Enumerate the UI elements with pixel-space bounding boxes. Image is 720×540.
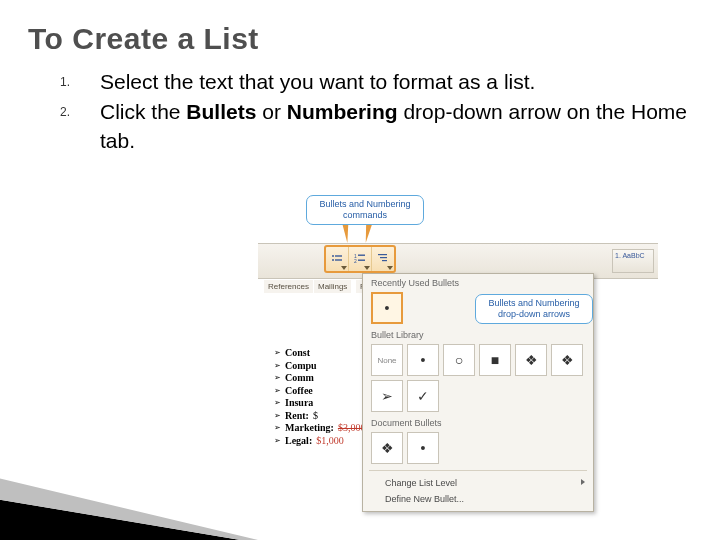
step-2-mid: or bbox=[256, 100, 286, 123]
ribbon-tab-references[interactable]: References bbox=[264, 280, 313, 293]
step-2-number: 2. bbox=[60, 104, 70, 120]
bullet-option[interactable]: ✓ bbox=[407, 380, 439, 412]
define-new-bullet-item[interactable]: Define New Bullet... bbox=[363, 491, 593, 507]
doc-label: Marketing: bbox=[285, 422, 334, 435]
change-list-level-item[interactable]: Change List Level bbox=[363, 475, 593, 491]
callout-bullets-numbering-commands: Bullets and Numbering commands bbox=[306, 195, 424, 225]
bullet-glyph-icon: ➢ bbox=[274, 423, 281, 433]
change-list-level-label: Change List Level bbox=[385, 478, 457, 488]
doc-value: $ bbox=[313, 410, 318, 423]
bullet-option[interactable]: ○ bbox=[443, 344, 475, 376]
bullet-option[interactable]: • bbox=[407, 432, 439, 464]
chevron-down-icon[interactable] bbox=[387, 266, 393, 270]
doc-label: Legal: bbox=[285, 435, 312, 448]
numbering-button[interactable]: 12 bbox=[349, 247, 372, 271]
callout-dropdown-arrows: Bullets and Numbering drop-down arrows bbox=[475, 294, 593, 324]
step-1-number: 1. bbox=[60, 74, 70, 90]
decorative-wedge bbox=[0, 400, 300, 540]
step-2: 2. Click the Bullets or Numbering drop-d… bbox=[60, 98, 692, 155]
svg-rect-8 bbox=[378, 254, 387, 255]
panel-separator bbox=[369, 470, 587, 471]
bullet-glyph-icon: ➢ bbox=[274, 386, 281, 396]
svg-rect-3 bbox=[335, 259, 342, 260]
bullet-library-panel: Recently Used Bullets • Bullets and Numb… bbox=[362, 273, 594, 512]
chevron-down-icon[interactable] bbox=[364, 266, 370, 270]
multilevel-button[interactable] bbox=[372, 247, 394, 271]
doc-label: Comm bbox=[285, 372, 314, 385]
doc-label: Const bbox=[285, 347, 310, 360]
step-1: 1. Select the text that you want to form… bbox=[60, 68, 692, 96]
screenshot-figure: Bullets and Numbering commands Reference… bbox=[258, 195, 658, 435]
doc-value-red: $1,000 bbox=[316, 435, 344, 448]
svg-rect-9 bbox=[380, 257, 387, 258]
bullet-glyph-icon: ➢ bbox=[274, 373, 281, 383]
panel-header-document: Document Bullets bbox=[363, 414, 593, 430]
panel-row-library-1: None • ○ ■ ❖ ❖ bbox=[363, 342, 593, 378]
doc-label: Rent: bbox=[285, 410, 309, 423]
panel-header-library: Bullet Library bbox=[363, 326, 593, 342]
bullet-glyph-icon: ➢ bbox=[274, 411, 281, 421]
bullet-option[interactable]: ❖ bbox=[551, 344, 583, 376]
svg-text:2: 2 bbox=[354, 258, 357, 264]
step-2-bold-numbering: Numbering bbox=[287, 100, 398, 123]
bullet-option-none[interactable]: None bbox=[371, 344, 403, 376]
multilevel-icon bbox=[377, 253, 389, 265]
panel-header-recent: Recently Used Bullets bbox=[363, 274, 593, 290]
bullet-option[interactable]: • bbox=[407, 344, 439, 376]
bullet-glyph-icon: ➢ bbox=[274, 398, 281, 408]
bullet-glyph-icon: ➢ bbox=[274, 436, 281, 446]
panel-row-library-2: ➢ ✓ bbox=[363, 378, 593, 414]
svg-rect-10 bbox=[382, 260, 387, 261]
doc-label: Coffee bbox=[285, 385, 313, 398]
svg-rect-5 bbox=[358, 255, 365, 256]
step-2-prefix: Click the bbox=[100, 100, 186, 123]
bullet-option[interactable]: ❖ bbox=[515, 344, 547, 376]
svg-rect-1 bbox=[335, 255, 342, 256]
numbering-icon: 12 bbox=[354, 253, 366, 265]
bullet-glyph-icon: ➢ bbox=[274, 361, 281, 371]
bullets-numbering-group: 12 bbox=[324, 245, 396, 273]
svg-point-0 bbox=[332, 255, 334, 257]
svg-rect-7 bbox=[358, 260, 365, 261]
panel-row-document: ❖ • bbox=[363, 430, 593, 466]
chevron-down-icon[interactable] bbox=[341, 266, 347, 270]
slide-title: To Create a List bbox=[0, 0, 720, 68]
bullets-button[interactable] bbox=[326, 247, 349, 271]
bullet-option[interactable]: • bbox=[371, 292, 403, 324]
step-1-text: Select the text that you want to format … bbox=[100, 70, 535, 93]
ribbon-tab-mailings[interactable]: Mailings bbox=[314, 280, 351, 293]
bullet-option[interactable]: ■ bbox=[479, 344, 511, 376]
steps-list: 1. Select the text that you want to form… bbox=[0, 68, 720, 155]
doc-label: Compu bbox=[285, 360, 317, 373]
bullet-option[interactable]: ❖ bbox=[371, 432, 403, 464]
bullets-icon bbox=[331, 253, 343, 265]
chevron-right-icon bbox=[581, 479, 585, 485]
svg-point-2 bbox=[332, 259, 334, 261]
doc-label: Insura bbox=[285, 397, 313, 410]
step-2-bold-bullets: Bullets bbox=[186, 100, 256, 123]
bullet-glyph-icon: ➢ bbox=[274, 348, 281, 358]
style-swatch[interactable]: 1. AaBbC bbox=[612, 249, 654, 273]
bullet-option[interactable]: ➢ bbox=[371, 380, 403, 412]
